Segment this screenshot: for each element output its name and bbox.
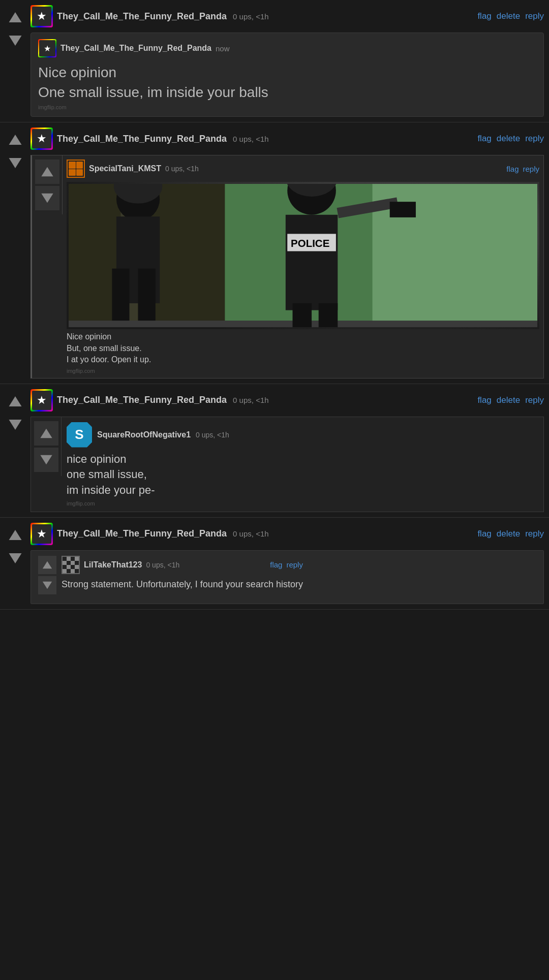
flag-link-1[interactable]: flag: [477, 11, 491, 21]
flag-link-3[interactable]: flag: [477, 395, 491, 405]
large-nested-inner-2: SpecialTani_KMST 0 ups, <1h flag reply: [32, 155, 543, 377]
comment-main-4: ★ They_Call_Me_The_Funny_Red_Panda 0 ups…: [30, 523, 549, 604]
nested-vote-4: [36, 556, 58, 594]
deep-text-3: nice opinion one small issue, im inside …: [67, 452, 538, 498]
large-reply-2[interactable]: reply: [523, 165, 539, 173]
user-row-2: ★ They_Call_Me_The_Funny_Red_Panda 0 ups…: [30, 128, 269, 150]
large-vote-col-2: [32, 155, 63, 214]
comment-main-2: ★ They_Call_Me_The_Funny_Red_Panda 0 ups…: [30, 128, 549, 378]
username-4: They_Call_Me_The_Funny_Red_Panda: [57, 528, 227, 539]
user-row-1: ★ They_Call_Me_The_Funny_Red_Panda 0 ups…: [30, 5, 269, 27]
comment-header-2: ★ They_Call_Me_The_Funny_Red_Panda 0 ups…: [30, 128, 544, 150]
nested-upvote-4[interactable]: [38, 556, 56, 574]
meta-2: 0 ups, <1h: [233, 135, 268, 143]
deep-upvote-3[interactable]: [34, 421, 58, 446]
large-downvote-2[interactable]: [35, 186, 59, 210]
delete-link-1[interactable]: delete: [497, 11, 520, 21]
flag-link-2[interactable]: flag: [477, 134, 491, 144]
comment-header-3: ★ They_Call_Me_The_Funny_Red_Panda 0 ups…: [30, 389, 544, 412]
avatar-1: ★: [30, 5, 53, 27]
nested-reply-4: LilTakeThat123 0 ups, <1h flag reply Str…: [30, 550, 544, 604]
downvote-2[interactable]: [5, 153, 25, 173]
nested-meta-4: 0 ups, <1h: [146, 561, 179, 569]
special-avatar-2: [67, 160, 85, 178]
downvote-3[interactable]: [5, 415, 25, 435]
large-caption-2: Nice opinion But, one small issue. I at …: [67, 331, 539, 365]
nested-header-4: LilTakeThat123 0 ups, <1h flag reply Str…: [36, 556, 538, 594]
large-username-2: SpecialTani_KMST: [89, 164, 161, 173]
large-flag-2[interactable]: flag: [506, 165, 518, 173]
large-content-2: SpecialTani_KMST 0 ups, <1h flag reply: [63, 155, 543, 377]
upvote-2[interactable]: [5, 130, 25, 150]
svg-rect-17: [390, 202, 416, 218]
large-actions-2: flag reply: [506, 165, 539, 173]
nested-reply-1: ★ They_Call_Me_The_Funny_Red_Panda now N…: [30, 33, 544, 117]
nested-flag-4[interactable]: flag: [270, 560, 282, 569]
avatar-3: ★: [30, 389, 53, 412]
user-row-4: ★ They_Call_Me_The_Funny_Red_Panda 0 ups…: [30, 523, 269, 545]
reply-link-3[interactable]: reply: [525, 395, 544, 405]
svg-rect-18: [293, 303, 312, 327]
deep-nested-3: S SquareRootOfNegative1 0 ups, <1h nice …: [30, 417, 544, 512]
comment-main-3: ★ They_Call_Me_The_Funny_Red_Panda 0 ups…: [30, 389, 549, 512]
meta-1: 0 ups, <1h: [233, 12, 268, 21]
imgflip-credit-1: imgflip.com: [38, 104, 536, 110]
action-links-1: flag delete reply: [477, 11, 544, 21]
downvote-4[interactable]: [5, 548, 25, 568]
delete-link-3[interactable]: delete: [497, 395, 520, 405]
nested-text-1: Nice opinion One small issue, im inside …: [38, 62, 536, 102]
vote-column-4: [0, 523, 30, 568]
reply-link-1[interactable]: reply: [525, 11, 544, 21]
username-1: They_Call_Me_The_Funny_Red_Panda: [57, 11, 227, 22]
upvote-3[interactable]: [5, 391, 25, 412]
svg-rect-12: [286, 215, 338, 310]
large-meta-2: 0 ups, <1h: [165, 165, 199, 173]
nested-content-box-4: LilTakeThat123 0 ups, <1h flag reply Str…: [36, 556, 303, 594]
delete-link-4[interactable]: delete: [497, 529, 520, 539]
reply-link-2[interactable]: reply: [525, 134, 544, 144]
nested-text-4: Strong statement. Unfortunately, I found…: [62, 578, 303, 591]
action-links-4: flag delete reply: [477, 529, 544, 539]
comment-4: ★ They_Call_Me_The_Funny_Red_Panda 0 ups…: [0, 518, 549, 610]
nested-text-block-4: LilTakeThat123 0 ups, <1h flag reply Str…: [62, 556, 303, 591]
svg-rect-19: [319, 303, 338, 327]
avatar-2: ★: [30, 128, 53, 150]
large-user-2: SpecialTani_KMST 0 ups, <1h: [67, 160, 199, 178]
username-3: They_Call_Me_The_Funny_Red_Panda: [57, 395, 227, 405]
upvote-4[interactable]: [5, 525, 25, 545]
deep-header-3: S SquareRootOfNegative1 0 ups, <1h: [67, 422, 538, 448]
deep-inner-3: S SquareRootOfNegative1 0 ups, <1h nice …: [31, 417, 543, 512]
lil-avatar-4: [62, 556, 80, 574]
upvote-1[interactable]: [5, 7, 25, 27]
flag-link-4[interactable]: flag: [477, 529, 491, 539]
nested-reply-4[interactable]: reply: [286, 560, 303, 569]
action-links-3: flag delete reply: [477, 395, 544, 405]
username-2: They_Call_Me_The_Funny_Red_Panda: [57, 134, 227, 144]
nested-avatar-1: ★: [38, 39, 56, 57]
comment-main-1: ★ They_Call_Me_The_Funny_Red_Panda 0 ups…: [30, 5, 549, 117]
deep-downvote-3[interactable]: [34, 448, 58, 472]
deep-content-3: S SquareRootOfNegative1 0 ups, <1h nice …: [62, 417, 543, 512]
vote-column-1: [0, 5, 30, 51]
svg-text:POLICE: POLICE: [291, 237, 329, 249]
s-avatar-3: S: [67, 422, 92, 448]
comment-header-4: ★ They_Call_Me_The_Funny_Red_Panda 0 ups…: [30, 523, 544, 545]
comment-2: ★ They_Call_Me_The_Funny_Red_Panda 0 ups…: [0, 122, 549, 384]
comment-1: ★ They_Call_Me_The_Funny_Red_Panda 0 ups…: [0, 0, 549, 122]
meta-3: 0 ups, <1h: [233, 396, 268, 404]
deep-vote-3: [31, 417, 62, 476]
nested-downvote-4[interactable]: [38, 576, 56, 594]
delete-link-2[interactable]: delete: [497, 134, 520, 144]
imgflip-credit-3: imgflip.com: [67, 500, 538, 507]
police-scene-svg: POLICE: [69, 184, 537, 327]
reply-link-4[interactable]: reply: [525, 529, 544, 539]
downvote-1[interactable]: [5, 30, 25, 51]
large-nested-2: SpecialTani_KMST 0 ups, <1h flag reply: [30, 155, 544, 378]
large-upvote-2[interactable]: [35, 160, 59, 184]
svg-rect-9: [138, 269, 156, 321]
meta-4: 0 ups, <1h: [233, 529, 268, 538]
vote-column-3: [0, 389, 30, 435]
nested-username-4: LilTakeThat123: [84, 560, 142, 570]
nested-timestamp-1: now: [216, 44, 230, 53]
svg-rect-8: [112, 269, 129, 321]
